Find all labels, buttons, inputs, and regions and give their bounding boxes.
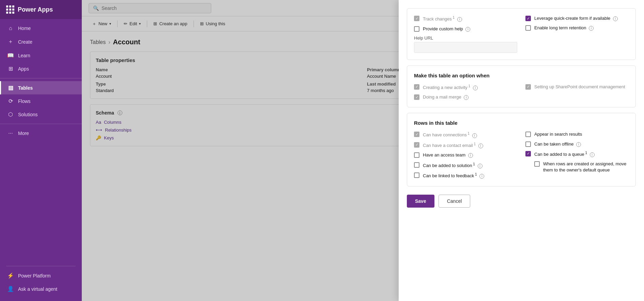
track-changes-superscript: 1 (452, 16, 455, 19)
leverage-quick-create-checkmark: ✓ (527, 16, 530, 21)
activity-left: ✓ Creating a new activity 1 i ✓ (414, 84, 517, 101)
can-have-connections-info-icon[interactable]: i (472, 133, 477, 138)
sidebar-item-apps[interactable]: ⊞ Apps (0, 62, 82, 75)
provide-custom-help-info-icon[interactable]: i (465, 27, 470, 32)
can-have-connections-checkbox[interactable]: ✓ (414, 132, 419, 137)
help-url-input[interactable] (414, 42, 517, 53)
can-be-linked-to-feedback-info-icon[interactable]: i (479, 174, 484, 179)
sidebar-item-solutions[interactable]: ⬡ Solutions (0, 108, 82, 121)
rows-right: Appear in search results Can be taken of… (525, 131, 629, 179)
can-be-taken-offline-info-icon[interactable]: i (576, 142, 581, 147)
power-platform-icon: ⚡ (7, 272, 14, 279)
have-access-team-label: Have an access team i (423, 152, 473, 158)
creating-new-activity-checkbox[interactable]: ✓ (414, 84, 419, 90)
creating-new-activity-label: Creating a new activity 1 i (423, 84, 478, 91)
can-have-connections-label: Can have connections 1 i (423, 131, 477, 138)
have-access-team-info-icon[interactable]: i (468, 153, 473, 158)
main-area: 🔍 ＋ New ▾ ✏ Edit ▾ ⊞ Create an app ⊞ Usi… (82, 0, 644, 301)
can-be-linked-to-feedback-checkbox[interactable] (414, 172, 419, 178)
when-rows-created-checkbox[interactable] (534, 161, 540, 167)
setting-up-sharepoint-checkbox[interactable]: ✓ (525, 84, 531, 90)
can-be-added-to-solution-row: Can be added to solution 1 i (414, 162, 517, 169)
appear-in-search-row: Appear in search results (525, 131, 629, 137)
provide-custom-help-checkbox[interactable] (414, 26, 419, 32)
doing-mail-merge-row: ✓ Doing a mail merge i (414, 94, 517, 100)
leverage-quick-create-label: Leverage quick-create form if available … (534, 15, 618, 21)
save-button[interactable]: Save (407, 195, 434, 208)
can-be-taken-offline-row: Can be taken offline i (525, 141, 629, 147)
track-changes-checkbox[interactable]: ✓ (414, 16, 419, 21)
can-be-linked-to-feedback-label: Can be linked to feedback 1 i (423, 172, 484, 179)
sidebar-item-label: More (18, 131, 29, 136)
can-be-added-to-queue-label: Can be added to a queue 1 i (534, 151, 595, 158)
can-be-taken-offline-checkbox[interactable] (525, 141, 531, 147)
track-changes-info-icon[interactable]: i (457, 17, 462, 22)
sidebar-divider-3 (6, 266, 76, 266)
leverage-quick-create-row: ✓ Leverage quick-create form if availabl… (525, 15, 629, 21)
top-panel-left: ✓ Track changes 1 i Provide custom help (414, 15, 517, 53)
sidebar-item-learn[interactable]: 📖 Learn (0, 49, 82, 62)
setting-up-sharepoint-label: Setting up SharePoint document managemen… (534, 84, 625, 90)
can-be-added-to-queue-row: ✓ Can be added to a queue 1 i (525, 151, 629, 158)
sidebar-bottom: ⚡ Power Platform 👤 Ask a virtual agent (0, 258, 82, 301)
sidebar-item-label: Ask a virtual agent (18, 286, 57, 292)
doing-mail-merge-info-icon[interactable]: i (464, 95, 469, 100)
create-icon: ＋ (7, 38, 14, 45)
sidebar-item-tables[interactable]: ▤ Tables (0, 81, 82, 94)
can-have-contact-email-checkbox[interactable]: ✓ (414, 142, 419, 148)
creating-new-activity-checkmark: ✓ (415, 85, 418, 89)
appear-in-search-label: Appear in search results (534, 131, 582, 137)
enable-long-term-info-icon[interactable]: i (589, 26, 594, 31)
sidebar-item-more[interactable]: ··· More (0, 127, 82, 140)
app-title: Power Apps (18, 6, 53, 13)
sidebar-item-power-platform[interactable]: ⚡ Power Platform (6, 269, 76, 282)
waffle-icon[interactable] (6, 5, 14, 14)
can-be-added-to-solution-label: Can be added to solution 1 i (423, 162, 482, 169)
sidebar-item-label: Learn (18, 53, 30, 58)
overlay-backdrop: ✓ Track changes 1 i Provide custom help (82, 0, 644, 301)
can-be-added-to-solution-info-icon[interactable]: i (478, 164, 482, 168)
enable-long-term-row: Enable long term retention i (525, 25, 629, 31)
leverage-quick-create-info-icon[interactable]: i (613, 16, 618, 21)
sidebar: Power Apps ⌂ Home ＋ Create 📖 Learn ⊞ App… (0, 0, 82, 301)
provide-custom-help-row: Provide custom help i (414, 26, 517, 32)
have-access-team-row: Have an access team i (414, 152, 517, 158)
doing-mail-merge-checkbox[interactable]: ✓ (414, 94, 419, 100)
when-rows-created-row: When rows are created or assigned, move … (534, 161, 629, 173)
activity-panel-grid: ✓ Creating a new activity 1 i ✓ (414, 84, 629, 101)
sidebar-divider-1 (0, 78, 82, 78)
leverage-quick-create-checkbox[interactable]: ✓ (525, 16, 531, 21)
flows-icon: ⟳ (7, 98, 14, 104)
more-icon: ··· (7, 130, 14, 136)
sidebar-divider-2 (0, 124, 82, 124)
provide-custom-help-label: Provide custom help i (423, 26, 470, 32)
top-panel-right: ✓ Leverage quick-create form if availabl… (525, 15, 629, 53)
can-be-linked-to-feedback-row: Can be linked to feedback 1 i (414, 172, 517, 179)
sidebar-item-label: Tables (18, 85, 33, 91)
setting-up-sharepoint-checkmark: ✓ (527, 85, 530, 89)
can-be-added-to-solution-checkbox[interactable] (414, 162, 419, 168)
sidebar-item-create[interactable]: ＋ Create (0, 35, 82, 49)
sidebar-item-flows[interactable]: ⟳ Flows (0, 94, 82, 108)
can-be-added-to-queue-checkbox[interactable]: ✓ (525, 151, 531, 156)
can-have-contact-email-info-icon[interactable]: i (478, 144, 483, 148)
can-be-added-to-queue-info-icon[interactable]: i (590, 152, 595, 157)
sidebar-item-home[interactable]: ⌂ Home (0, 22, 82, 35)
panel-footer: Save Cancel (407, 192, 636, 208)
track-changes-row: ✓ Track changes 1 i (414, 15, 517, 22)
enable-long-term-checkbox[interactable] (525, 25, 531, 31)
top-panel-section: ✓ Track changes 1 i Provide custom help (407, 8, 636, 60)
enable-long-term-label: Enable long term retention i (534, 25, 594, 31)
sidebar-item-label: Power Platform (18, 273, 51, 279)
sidebar-item-ask-virtual-agent[interactable]: 👤 Ask a virtual agent (6, 282, 76, 296)
rows-panel-section: Rows in this table ✓ Can have connection… (407, 113, 636, 186)
rows-section-title: Rows in this table (414, 120, 629, 126)
activity-panel-section: Make this table an option when ✓ Creatin… (407, 65, 636, 108)
appear-in-search-checkbox[interactable] (525, 132, 531, 137)
cancel-button[interactable]: Cancel (439, 195, 471, 208)
solutions-icon: ⬡ (7, 111, 14, 118)
sidebar-item-label: Solutions (18, 112, 38, 117)
have-access-team-checkbox[interactable] (414, 152, 419, 158)
creating-new-activity-info-icon[interactable]: i (473, 86, 478, 90)
home-icon: ⌂ (7, 25, 14, 31)
